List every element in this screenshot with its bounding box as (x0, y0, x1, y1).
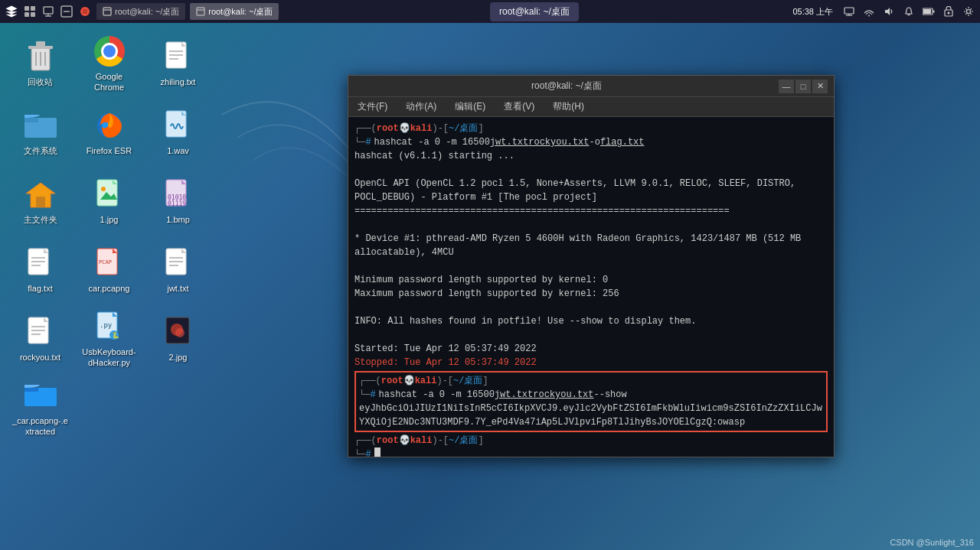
desktop-icon-zhiling[interactable]: zhiling.txt (145, 31, 211, 96)
svg-point-25 (967, 10, 971, 14)
svg-rect-10 (83, 9, 87, 14)
taskbar-app-icon-4[interactable] (77, 3, 93, 20)
firefox-icon (92, 108, 127, 143)
chrome-app-icon (92, 34, 127, 69)
svg-text:PCAP: PCAP (99, 259, 112, 265)
firefox-label: Firefox ESR (87, 146, 132, 156)
taskbar-tooltip: root@kali: ~/桌面 (490, 2, 579, 21)
svg-rect-28 (36, 41, 45, 46)
zhiling-label: zhiling.txt (161, 77, 196, 87)
menu-file[interactable]: 文件(F) (354, 99, 390, 115)
desktop-icon-car-extracted[interactable]: _car.pcapng-.extracted (8, 375, 73, 440)
time-display: 05:38 上午 (788, 6, 838, 18)
terminal-output-stopped: Stopped: Tue Apr 12 05:37:49 2022 (354, 356, 828, 369)
home-label: 主文件夹 (24, 215, 57, 225)
svg-rect-2 (24, 12, 29, 17)
desktop-icon-firefox[interactable]: Firefox ESR (77, 99, 142, 164)
svg-rect-3 (31, 12, 35, 17)
car-extracted-folder-icon (23, 378, 58, 413)
taskbar-app-icon-2[interactable] (40, 3, 57, 20)
terminal-window: root@kali: ~/桌面 — □ ✕ 文件(F) 动作(A) 编辑(E) … (348, 75, 835, 457)
tray-battery-icon[interactable] (920, 3, 937, 20)
terminal-cmd-2: └─# hashcat -a 0 -m 16500 jwt.txt rockyo… (359, 388, 823, 402)
2jpg-file-icon (161, 314, 196, 350)
terminal-output-info: INFO: All hashes found in potfile! Use -… (354, 314, 828, 328)
terminal-prompt-3-arrow: └─# (354, 447, 828, 457)
tray-display-icon[interactable] (841, 3, 858, 20)
filesystem-label: 文件系统 (24, 146, 57, 156)
desktop-icon-1bmp[interactable]: 01010 01119 1.bmp (145, 168, 211, 233)
desktop-icons-grid: 回收站 Google Chrome zhiling.txt (8, 31, 214, 550)
terminal-prompt-1: ┌──(root💀kali)-[~/桌面] (354, 122, 828, 135)
desktop-icon-jwt[interactable]: jwt.txt (145, 237, 211, 302)
desktop-icon-2jpg[interactable]: 2.jpg (145, 306, 211, 371)
terminal-maximize-button[interactable]: □ (795, 80, 811, 93)
terminal-minimize-button[interactable]: — (779, 80, 794, 93)
terminal-prompt-2: ┌──(root💀kali)-[~/桌面] (359, 374, 823, 388)
tray-volume-icon[interactable] (880, 3, 897, 20)
desktop-icon-1jpg[interactable]: 1.jpg (77, 168, 142, 233)
desktop-icon-recycle-bin[interactable]: 回收站 (8, 31, 73, 96)
terminal-red-box: ┌──(root💀kali)-[~/桌面] └─# hashcat -a 0 -… (354, 371, 828, 432)
svg-rect-21 (923, 9, 931, 14)
taskbar-center: root@kali: ~/桌面 (280, 2, 788, 21)
terminal-content-area[interactable]: ┌──(root💀kali)-[~/桌面] └─# hashcat -a 0 -… (348, 117, 834, 457)
terminal-title: root@kali: ~/桌面 (354, 80, 779, 93)
terminal-controls: — □ ✕ (779, 80, 828, 93)
taskbar-left-area: root@kali: ~/桌面 root@kali: ~/桌面 (3, 3, 280, 20)
home-folder-icon (23, 177, 58, 212)
desktop-icon-chrome[interactable]: Google Chrome (77, 31, 142, 96)
svg-rect-1 (31, 6, 35, 11)
menu-edit[interactable]: 编辑(E) (452, 99, 488, 115)
svg-text:.py: .py (100, 321, 113, 329)
taskbar-app-icon-3[interactable] (58, 3, 75, 20)
wav-label: 1.wav (167, 146, 189, 156)
car-pcapng-icon: PCAP (92, 246, 127, 281)
jwt-label: jwt.txt (167, 284, 188, 294)
usbkeyboard-py-icon: .py 🐍 (92, 309, 127, 344)
terminal-output-jwt-result: eyJhbGciOiJIUzI1NiIsInR5cCI6IkpXVCJ9.eyJ… (359, 402, 823, 429)
decorative-curves (214, 76, 368, 306)
taskbar-app-icon-1[interactable] (21, 3, 38, 20)
jpg-file-icon (92, 177, 127, 212)
kali-logo-icon[interactable] (3, 3, 20, 20)
svg-point-47 (101, 187, 106, 191)
desktop-icon-usbkeyboard[interactable]: .py 🐍 UsbKeyboard-dHacker.py (77, 306, 142, 371)
menu-help[interactable]: 帮助(H) (550, 99, 587, 115)
taskbar-top: root@kali: ~/桌面 root@kali: ~/桌面 root@kal… (0, 0, 980, 23)
taskbar-window-1[interactable]: root@kali: ~/桌面 (96, 3, 185, 20)
flag-txt-icon (23, 246, 58, 281)
car-pcapng-label: car.pcapng (89, 284, 130, 294)
desktop-icon-car-pcapng[interactable]: PCAP car.pcapng (77, 237, 142, 302)
desktop-icon-home[interactable]: 主文件夹 (8, 168, 73, 233)
menu-view[interactable]: 查看(V) (501, 99, 537, 115)
terminal-cursor (374, 447, 381, 457)
tray-notification-icon[interactable] (900, 3, 917, 20)
terminal-output-started: Started: Tue Apr 12 05:37:49 2022 (354, 342, 828, 356)
bmp-file-icon: 01010 01119 (161, 177, 196, 212)
svg-point-18 (868, 15, 870, 17)
terminal-output-1: hashcat (v6.1.1) starting ... (354, 149, 828, 163)
desktop-icon-rockyou[interactable]: rockyou.txt (8, 306, 73, 371)
tray-settings-icon[interactable] (960, 3, 977, 20)
svg-marker-19 (885, 8, 890, 15)
rockyou-txt-icon (23, 314, 58, 350)
svg-text:🐍: 🐍 (112, 331, 119, 339)
svg-point-78 (175, 328, 185, 337)
svg-rect-11 (103, 8, 111, 15)
taskbar-right: 05:38 上午 (788, 3, 977, 20)
terminal-output-maxpass: Maximum password length supported by ker… (354, 287, 828, 301)
1jpg-label: 1.jpg (100, 215, 119, 225)
menu-action[interactable]: 动作(A) (403, 99, 439, 115)
taskbar-window-2[interactable]: root@kali: ~/桌面 (190, 3, 279, 20)
terminal-close-button[interactable]: ✕ (812, 80, 828, 93)
svg-point-24 (948, 12, 950, 15)
usbkeyboard-label: UsbKeyboard-dHacker.py (80, 347, 139, 367)
desktop-icon-flag[interactable]: flag.txt (8, 237, 73, 302)
tray-network-icon[interactable] (861, 3, 877, 20)
desktop-icon-1wav[interactable]: 1.wav (145, 99, 211, 164)
wav-file-icon (161, 108, 196, 143)
desktop-icon-filesystem[interactable]: 文件系统 (8, 99, 73, 164)
tray-lock-icon[interactable] (940, 3, 957, 20)
flag-label: flag.txt (28, 284, 52, 294)
